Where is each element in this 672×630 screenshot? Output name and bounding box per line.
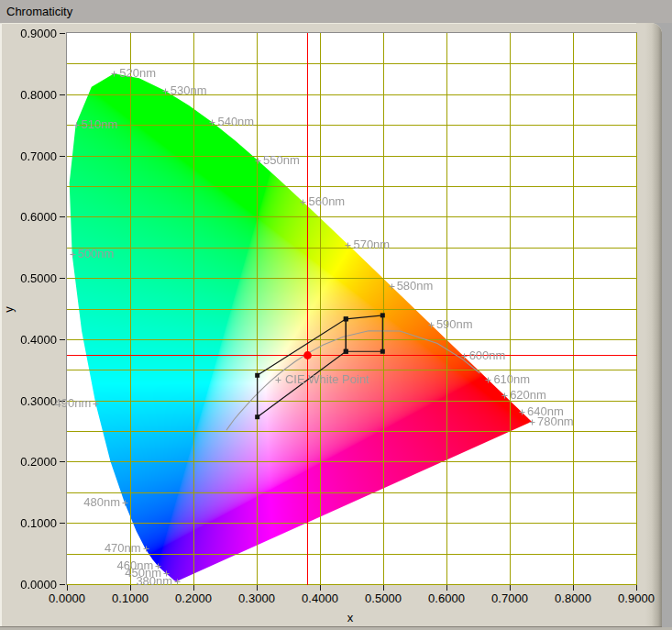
chromaticity-window: { "window": { "title": "Chromaticity" },… bbox=[0, 0, 672, 630]
x-tick-label: 0.8000 bbox=[541, 591, 605, 605]
window-title-bar: Chromaticity bbox=[0, 0, 672, 23]
wavelength-label: 500nm bbox=[78, 247, 115, 260]
wavelength-label: 530nm bbox=[171, 83, 207, 97]
wavelength-label: 470nm bbox=[105, 541, 141, 555]
x-tick-mark bbox=[257, 585, 258, 591]
x-tick-label: 0.0000 bbox=[35, 591, 99, 605]
y-tick-label: 0.9000 bbox=[0, 27, 57, 40]
wavelength-label: 780nm bbox=[537, 414, 574, 428]
y-tick-mark bbox=[60, 523, 65, 524]
x-tick-mark bbox=[130, 585, 131, 591]
y-tick-mark bbox=[60, 278, 65, 279]
x-tick-mark bbox=[510, 585, 511, 591]
y-tick-label: 0.6000 bbox=[0, 210, 57, 224]
y-tick-mark bbox=[60, 156, 65, 157]
y-tick-label: 0.5000 bbox=[0, 271, 57, 285]
x-tick-label: 0.1000 bbox=[98, 591, 162, 605]
wavelength-label: 520nm bbox=[119, 66, 156, 80]
x-tick-mark bbox=[383, 585, 384, 591]
x-tick-label: 0.2000 bbox=[161, 591, 226, 605]
y-tick-mark bbox=[60, 339, 65, 340]
wavelength-label: 620nm bbox=[510, 388, 546, 402]
wavelength-label: 490nm bbox=[55, 396, 92, 410]
y-axis-title: y bbox=[2, 306, 16, 313]
x-tick-label: 0.7000 bbox=[478, 591, 542, 605]
wavelength-label: 510nm bbox=[82, 117, 118, 131]
y-tick-label: 0.4000 bbox=[0, 333, 57, 347]
y-tick-label: 0.8000 bbox=[0, 88, 57, 102]
plot-area bbox=[66, 32, 637, 585]
wavelength-label: 560nm bbox=[308, 194, 345, 208]
panel-right-bevel bbox=[636, 23, 662, 627]
wavelength-label: 590nm bbox=[436, 317, 473, 331]
x-tick-mark bbox=[67, 585, 68, 591]
x-tick-label: 0.4000 bbox=[288, 591, 352, 605]
x-tick-label: 0.6000 bbox=[414, 591, 479, 605]
wavelength-label: 570nm bbox=[353, 238, 390, 251]
y-tick-mark bbox=[60, 33, 65, 34]
wavelength-label: 550nm bbox=[263, 153, 300, 167]
wavelength-label: 610nm bbox=[493, 372, 530, 386]
y-tick-label: 0.2000 bbox=[0, 455, 57, 469]
wavelength-label: 600nm bbox=[469, 348, 506, 362]
x-tick-mark bbox=[320, 585, 321, 591]
x-tick-mark bbox=[636, 585, 637, 591]
x-axis-title: x bbox=[323, 611, 378, 624]
x-tick-label: 0.9000 bbox=[604, 591, 668, 605]
y-tick-label: 0.0000 bbox=[0, 578, 57, 591]
x-tick-label: 0.5000 bbox=[351, 591, 415, 605]
x-tick-mark bbox=[193, 585, 194, 591]
wavelength-label: 480nm bbox=[83, 495, 120, 509]
x-tick-label: 0.3000 bbox=[225, 591, 289, 605]
y-tick-mark bbox=[60, 216, 65, 217]
y-tick-label: 0.1000 bbox=[0, 516, 57, 530]
y-tick-label: 0.3000 bbox=[0, 394, 57, 408]
x-tick-mark bbox=[446, 585, 447, 591]
window-title: Chromaticity bbox=[6, 5, 72, 18]
wavelength-label: 460nm bbox=[117, 558, 154, 572]
white-point-label: CIE White Point bbox=[285, 372, 369, 386]
y-tick-mark bbox=[60, 584, 65, 585]
wavelength-label: 580nm bbox=[397, 279, 434, 293]
y-tick-mark bbox=[60, 94, 65, 95]
chromaticity-canvas[interactable] bbox=[67, 33, 637, 585]
y-tick-mark bbox=[60, 461, 65, 462]
wavelength-label: 540nm bbox=[217, 115, 254, 128]
x-tick-mark bbox=[573, 585, 574, 591]
y-tick-label: 0.7000 bbox=[0, 149, 57, 163]
